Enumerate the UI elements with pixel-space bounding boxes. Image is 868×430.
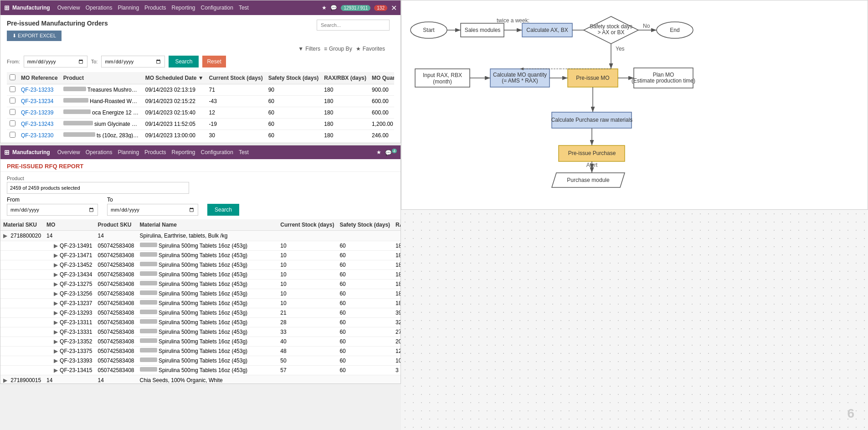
child-expand-icon[interactable]: ▶ (54, 357, 58, 364)
child-mo: ▶QF-23-13415 (44, 366, 95, 375)
child-expand-icon[interactable]: ▶ (54, 290, 58, 297)
child-expand-icon[interactable]: ▶ (54, 271, 58, 278)
mo-date: 09/14/2023 02:13:19 (143, 84, 206, 96)
nav-overview[interactable]: Overview (57, 5, 80, 11)
th-rax-rbx[interactable]: RAX/RBX days (393, 219, 401, 231)
child-expand-icon[interactable]: ▶ (54, 319, 58, 326)
row-checkbox[interactable] (7, 96, 18, 107)
child-expand-icon[interactable]: ▶ (54, 252, 58, 259)
expand-icon[interactable]: ▶ (3, 377, 7, 383)
group-by-button[interactable]: ≡ Group By (324, 46, 352, 52)
child-product-sku: 050742583408 (95, 318, 137, 327)
child-expand-icon[interactable]: ▶ (54, 329, 58, 335)
chat-icon[interactable]: 💬 (330, 5, 337, 11)
row-checkbox[interactable] (7, 130, 18, 139)
th-current-stock[interactable]: Current Stock (days) (206, 72, 266, 84)
star-icon[interactable]: ★ (322, 5, 327, 11)
pre-issue-purchase-label: Pre-issue Purchase (568, 150, 616, 156)
row-checkbox[interactable] (7, 107, 18, 119)
nav-configuration[interactable]: Configuration (201, 5, 233, 11)
filters-button[interactable]: ▼ Filters (298, 46, 320, 52)
rfq-table-row: ▶ 2718800020 14 14 Spirulina, Earthrise,… (0, 231, 401, 241)
child-expand-icon[interactable]: ▶ (54, 338, 58, 345)
child-mo: ▶QF-23-13452 (44, 260, 95, 270)
to-date-input-rfq[interactable] (107, 204, 198, 216)
child-sku (0, 318, 44, 327)
to-date-input[interactable] (101, 56, 165, 67)
child-current-stock: 28 (277, 318, 337, 327)
product-input[interactable] (7, 182, 189, 194)
row-checkbox[interactable] (7, 84, 18, 96)
th-mo-ref[interactable]: MO Reference (18, 72, 61, 84)
bottom-nav-test[interactable]: Test (239, 149, 249, 155)
child-expand-icon[interactable]: ▶ (54, 310, 58, 316)
top-panel-content: Pre-issued Manufacturing Orders ⬇ EXPORT… (0, 15, 401, 143)
bottom-nav-config[interactable]: Configuration (201, 149, 233, 155)
nav-products[interactable]: Products (144, 5, 166, 11)
th-checkbox[interactable] (7, 72, 18, 84)
from-label: From: (7, 59, 20, 64)
export-excel-button[interactable]: ⬇ EXPORT EXCEL (7, 31, 62, 41)
bottom-nav-operations[interactable]: Operations (86, 149, 113, 155)
th-mo[interactable]: MO (44, 219, 95, 231)
child-expand-icon[interactable]: ▶ (54, 262, 58, 268)
bottom-star-icon[interactable]: ★ (376, 149, 381, 155)
child-current-stock: 10 (277, 289, 337, 299)
th-rfq-safety-stock[interactable]: Safety Stock (days) (337, 219, 393, 231)
bottom-nav-planning[interactable]: Planning (118, 149, 139, 155)
child-mo: ▶QF-23-13293 (44, 308, 95, 318)
th-rfq-current-stock[interactable]: Current Stock (days) (277, 219, 337, 231)
child-mo: ▶QF-23-13256 (44, 289, 95, 299)
mo-ref: QF-23-13233 (18, 84, 61, 96)
mo-qty: 1,200.00 (369, 119, 394, 130)
child-safety-stock: 60 (337, 308, 393, 318)
from-date-input[interactable] (24, 56, 87, 67)
child-rax: 180 (393, 260, 401, 270)
nav-planning[interactable]: Planning (118, 5, 139, 11)
child-expand-icon[interactable]: ▶ (54, 243, 58, 249)
search-button[interactable]: Search (169, 56, 199, 67)
groupby-label: Group By (329, 46, 352, 52)
bottom-nav-products[interactable]: Products (144, 149, 166, 155)
rfq-search-button[interactable]: Search (207, 204, 239, 216)
reset-button[interactable]: Reset (202, 56, 226, 67)
product-name: oca Energize 12 oz (340 g) (61, 107, 143, 119)
th-rax[interactable]: RAX/RBX (days) (321, 72, 369, 84)
child-safety-stock: 60 (337, 366, 393, 375)
child-product-sku: 050742583408 (95, 241, 137, 251)
th-mo-qty[interactable]: MO Quantity (369, 72, 394, 84)
th-safety-stock[interactable]: Safety Stock (days) (266, 72, 322, 84)
child-rax: 27 (393, 327, 401, 337)
safety-stock: 60 (266, 96, 322, 107)
filter-icon: ▼ (298, 46, 303, 52)
rax-days: 180 (321, 107, 369, 119)
nav-test[interactable]: Test (239, 5, 249, 11)
row-checkbox[interactable] (7, 119, 18, 130)
child-expand-icon[interactable]: ▶ (54, 367, 58, 373)
select-all-checkbox[interactable] (10, 74, 15, 80)
sales-modules-label: Sales modules (465, 27, 501, 33)
child-expand-icon[interactable]: ▶ (54, 300, 58, 306)
bottom-nav-overview[interactable]: Overview (57, 149, 80, 155)
th-product[interactable]: Product (61, 72, 143, 84)
expand-icon[interactable]: ▶ (3, 233, 7, 239)
table-row: QF-23-13239 oca Energize 12 oz (340 g) 0… (7, 107, 394, 119)
close-icon[interactable]: ✕ (391, 4, 397, 12)
bottom-chat-icon[interactable]: 💬4 (385, 149, 397, 156)
favorites-button[interactable]: ★ Favorites (356, 46, 385, 52)
th-material-sku[interactable]: Material SKU (0, 219, 44, 231)
child-expand-icon[interactable]: ▶ (54, 281, 58, 287)
bottom-nav-reporting[interactable]: Reporting (171, 149, 195, 155)
th-product-sku[interactable]: Product SKU (95, 219, 137, 231)
mo-table-body: QF-23-13233 Treasures Mushroom Powder 3.… (7, 84, 394, 139)
child-mo: ▶QF-23-13237 (44, 299, 95, 308)
th-mo-date[interactable]: MO Scheduled Date ▼ (143, 72, 206, 84)
nav-reporting[interactable]: Reporting (171, 5, 195, 11)
from-date-input-rfq[interactable] (7, 204, 98, 216)
nav-operations[interactable]: Operations (86, 5, 113, 11)
th-material-name[interactable]: Material Name (137, 219, 278, 231)
search-input[interactable] (317, 20, 390, 31)
child-sku (0, 366, 44, 375)
child-mo: ▶QF-23-13393 (44, 356, 95, 366)
child-expand-icon[interactable]: ▶ (54, 348, 58, 354)
